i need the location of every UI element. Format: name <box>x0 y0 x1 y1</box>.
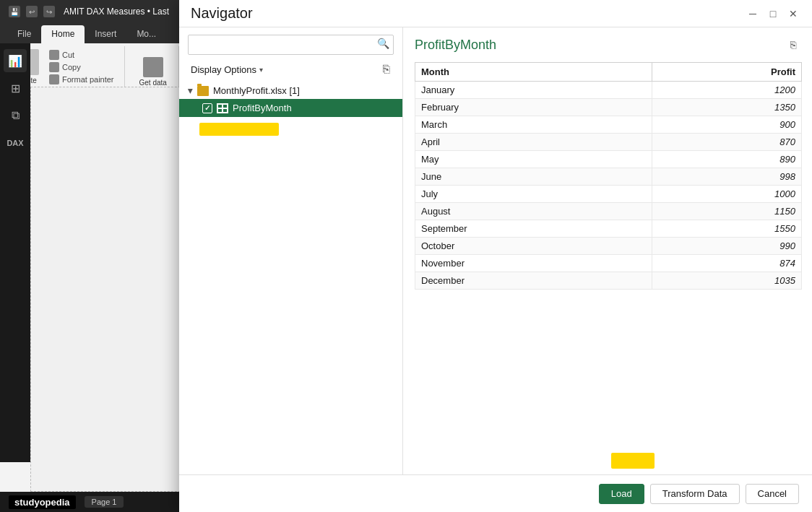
table-item-profitbymonth[interactable]: ProfitByMonth <box>179 99 402 117</box>
table-row: January1200 <box>415 82 802 99</box>
file-name-label: MonthlyProfit.xlsx [1] <box>213 85 300 96</box>
folder-icon <box>197 86 209 96</box>
close-button[interactable]: ✕ <box>785 5 802 22</box>
page-1-tab[interactable]: Page 1 <box>85 496 124 508</box>
load-button[interactable]: Load <box>599 484 644 504</box>
cell-month: July <box>415 186 652 203</box>
title-bar-icons: 💾 ↩ ↪ <box>9 6 55 17</box>
dialog-title-bar: Navigator ─ □ ✕ <box>179 0 812 27</box>
nav-tree: ▶ MonthlyProfit.xlsx [1] ProfitByMonth <box>179 79 402 474</box>
preview-header: ProfitByMonth ⎘ <box>415 36 802 53</box>
save-icon[interactable]: 💾 <box>9 6 20 17</box>
table-row: April870 <box>415 134 802 151</box>
data-table: Month Profit January1200February1350Marc… <box>415 62 802 290</box>
transform-data-button[interactable]: Transform Data <box>650 484 740 504</box>
sidebar-item-report[interactable]: 📊 <box>4 49 27 72</box>
search-input[interactable] <box>188 35 394 55</box>
dialog-controls: ─ □ ✕ <box>744 5 802 22</box>
table-row: August1150 <box>415 203 802 220</box>
preview-title: ProfitByMonth <box>415 38 496 53</box>
clipboard-sub: Cut Copy Format painter <box>45 46 118 87</box>
cell-profit: 1035 <box>652 272 801 290</box>
cell-month: August <box>415 203 652 220</box>
format-painter-icon <box>49 74 59 84</box>
cell-profit: 870 <box>652 134 801 151</box>
search-bar-container: 🔍 <box>179 27 402 59</box>
cell-profit: 1550 <box>652 220 801 238</box>
cut-button[interactable]: Cut <box>48 49 116 61</box>
table-checkbox[interactable] <box>202 103 212 113</box>
sidebar-item-dax[interactable]: DAX <box>4 131 27 155</box>
redo-icon[interactable]: ↪ <box>43 6 55 17</box>
table-row: February1350 <box>415 99 802 116</box>
cell-month: January <box>415 82 652 99</box>
cell-profit: 990 <box>652 238 801 255</box>
dialog-title: Navigator <box>191 5 253 22</box>
get-data-button[interactable]: Get data <box>134 54 173 90</box>
table-item-label: ProfitByMonth <box>233 103 292 113</box>
cell-month: May <box>415 151 652 168</box>
tab-insert[interactable]: Insert <box>85 25 126 43</box>
table-row: December1035 <box>415 272 802 290</box>
table-icon <box>217 103 228 113</box>
copy-icon <box>49 62 59 72</box>
minimize-button[interactable]: ─ <box>744 5 761 22</box>
maximize-button[interactable]: □ <box>764 5 782 22</box>
get-data-label: Get data <box>139 79 167 87</box>
nav-left-panel: 🔍 Display Options ▾ ⎘ ▶ MonthlyProfit.x <box>179 27 403 474</box>
undo-icon[interactable]: ↩ <box>26 6 38 17</box>
col-header-month: Month <box>415 63 652 82</box>
table-row: July1000 <box>415 186 802 203</box>
format-painter-label: Format painter <box>62 75 114 84</box>
dialog-footer: Load Transform Data Cancel <box>179 474 812 512</box>
cell-profit: 1000 <box>652 186 801 203</box>
cell-month: April <box>415 134 652 151</box>
table-row: June998 <box>415 168 802 186</box>
cell-month: November <box>415 255 652 272</box>
cell-profit: 874 <box>652 255 801 272</box>
cell-month: June <box>415 168 652 186</box>
display-options-label: Display Options <box>191 64 256 75</box>
sidebar-item-table[interactable]: ⊞ <box>4 77 27 100</box>
new-source-button[interactable]: ⎘ <box>379 62 394 77</box>
display-options-bar: Display Options ▾ ⎘ <box>179 59 402 79</box>
navigator-dialog: Navigator ─ □ ✕ 🔍 Display Options <box>179 0 812 512</box>
display-options-button[interactable]: Display Options ▾ <box>188 63 266 77</box>
yellow-preview-bar <box>199 123 279 136</box>
preview-options-button[interactable]: ⎘ <box>785 36 802 53</box>
app-window: 💾 ↩ ↪ AMIT DAX Measures • Last File Home… <box>0 0 812 512</box>
cell-month: December <box>415 272 652 290</box>
search-icon[interactable]: 🔍 <box>377 38 389 49</box>
cancel-button[interactable]: Cancel <box>746 484 799 504</box>
table-row: May890 <box>415 151 802 168</box>
table-row: October990 <box>415 238 802 255</box>
tab-modeling[interactable]: Mo... <box>126 25 166 43</box>
chevron-down-icon: ▾ <box>259 66 263 74</box>
table-row: September1550 <box>415 220 802 238</box>
app-title: AMIT DAX Measures • Last <box>64 6 169 17</box>
cell-profit: 998 <box>652 168 801 186</box>
copy-label: Copy <box>62 63 81 71</box>
dialog-body: 🔍 Display Options ▾ ⎘ ▶ MonthlyProfit.x <box>179 27 812 474</box>
yellow-shape-footer <box>611 453 655 469</box>
left-sidebar: 📊 ⊞ ⧉ DAX <box>0 43 30 462</box>
sidebar-item-model[interactable]: ⧉ <box>4 104 27 127</box>
table-row: March900 <box>415 116 802 134</box>
brand-badge: studyopedia <box>9 495 76 509</box>
cell-profit: 1350 <box>652 99 801 116</box>
table-row: November874 <box>415 255 802 272</box>
tab-file[interactable]: File <box>7 25 41 43</box>
get-data-icon <box>143 57 163 77</box>
cell-profit: 1200 <box>652 82 801 99</box>
format-painter-button[interactable]: Format painter <box>48 74 116 85</box>
cell-profit: 890 <box>652 151 801 168</box>
cell-profit: 1150 <box>652 203 801 220</box>
cell-month: October <box>415 238 652 255</box>
cell-month: September <box>415 220 652 238</box>
cut-label: Cut <box>62 51 74 59</box>
copy-button[interactable]: Copy <box>48 61 116 73</box>
tab-home[interactable]: Home <box>41 25 85 43</box>
cell-month: February <box>415 99 652 116</box>
tree-folder-item[interactable]: ▶ MonthlyProfit.xlsx [1] <box>179 82 402 99</box>
cut-icon <box>49 50 59 60</box>
